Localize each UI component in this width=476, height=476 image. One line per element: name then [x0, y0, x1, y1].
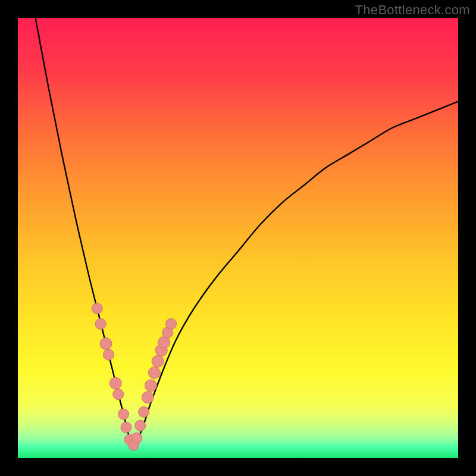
- curve-marker: [109, 377, 121, 389]
- curve-marker: [121, 422, 131, 433]
- chart-frame: TheBottleneck.com: [0, 0, 476, 476]
- curve-marker: [95, 318, 106, 329]
- curve-marker: [135, 420, 146, 431]
- curve-marker: [100, 338, 112, 350]
- curve-marker: [166, 318, 177, 329]
- curve-marker: [152, 355, 164, 367]
- plot-area: [18, 18, 458, 458]
- curve-marker: [145, 380, 156, 392]
- curve-marker: [139, 406, 149, 417]
- curve-marker: [148, 367, 160, 378]
- curve-marker: [103, 349, 114, 360]
- bottleneck-curve: [36, 18, 458, 446]
- curve-marker: [131, 433, 142, 443]
- curve-marker: [142, 392, 154, 403]
- curve-markers: [92, 303, 176, 450]
- watermark-text: TheBottleneck.com: [355, 2, 470, 18]
- curve-layer: [18, 18, 458, 458]
- curve-marker: [113, 389, 124, 400]
- curve-marker: [92, 303, 102, 314]
- curve-marker: [118, 409, 129, 419]
